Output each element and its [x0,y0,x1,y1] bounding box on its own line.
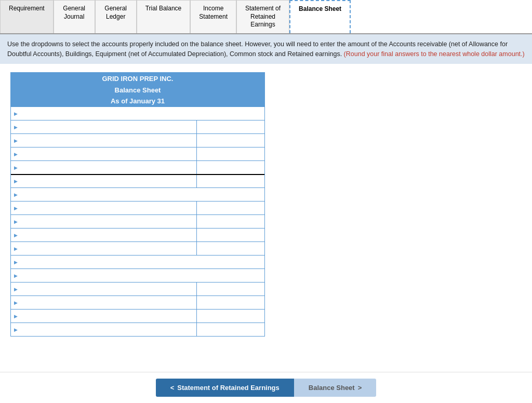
label-input[interactable] [20,259,197,266]
amount-cell [197,310,264,323]
full-label-cell [11,107,264,120]
label-input[interactable] [20,124,196,131]
dropdown-button[interactable] [13,206,20,211]
amount-input[interactable] [197,286,264,293]
tab-income-statement[interactable]: IncomeStatement [190,0,236,33]
dropdown-button[interactable] [13,138,20,143]
table-row [11,282,264,295]
sheet-title: Balance Sheet [11,85,264,96]
dropdown-button[interactable] [13,179,20,184]
amount-input[interactable] [197,259,264,266]
table-row [11,241,264,255]
dropdown-button[interactable] [13,327,20,332]
dropdown-button[interactable] [13,111,20,116]
amount-input[interactable] [197,299,264,306]
label-input[interactable] [20,164,196,171]
table-row [11,323,264,336]
label-cell [11,283,197,295]
label-input[interactable] [20,205,196,212]
amount-input[interactable] [197,205,264,212]
company-name: GRID IRON PREP INC. [11,73,264,85]
label-cell [11,323,197,336]
amount-cell [197,296,264,309]
tab-requirement[interactable]: Requirement [0,0,54,33]
dropdown-button[interactable] [13,152,20,157]
instructions-highlight: (Round your final answers to the nearest… [344,50,525,58]
tab-trial-balance[interactable]: Trial Balance [137,0,191,33]
amount-input[interactable] [197,218,264,225]
amount-input[interactable] [197,232,264,239]
table-row [11,147,264,160]
label-input[interactable] [20,326,196,333]
label-cell [11,175,197,187]
amount-input[interactable] [197,326,264,333]
amount-input[interactable] [197,245,264,252]
table-row [11,255,264,268]
label-cell [11,147,197,160]
amount-input[interactable] [197,124,264,131]
tab-general-ledger[interactable]: GeneralLedger [95,0,137,33]
label-input[interactable] [20,151,196,158]
label-cell [11,161,197,174]
label-input[interactable] [20,137,196,144]
amount-input[interactable] [197,178,264,185]
amount-cell [197,147,264,160]
tab-general-journal[interactable]: GeneralJournal [54,0,95,33]
amount-cell [197,229,264,241]
table-row [11,228,264,241]
amount-input[interactable] [197,164,264,171]
amount-input[interactable] [197,151,264,158]
sheet-date: As of January 31 [11,96,264,106]
label-input[interactable] [20,218,196,225]
dropdown-button[interactable] [13,246,20,251]
dropdown-button[interactable] [13,192,20,197]
table-row [11,214,264,228]
dropdown-button[interactable] [13,300,20,305]
table-row [11,309,264,323]
label-input[interactable] [20,286,196,293]
full-label-cell [11,188,264,201]
table-row [11,295,264,309]
label-cell [11,256,197,268]
label-input[interactable] [20,245,196,252]
label-input[interactable] [20,110,264,117]
amount-cell [197,283,264,295]
label-cell [11,202,197,214]
amount-input[interactable] [197,137,264,144]
amount-cell [197,215,264,228]
table-row [11,201,264,214]
table-row [11,174,264,187]
dropdown-button[interactable] [13,165,20,170]
dropdown-button[interactable] [13,260,20,265]
table-row [11,120,264,133]
amount-input[interactable] [197,313,264,320]
label-cell [11,229,197,241]
tab-bar: Requirement GeneralJournal GeneralLedger… [0,0,532,34]
balance-sheet-table: GRID IRON PREP INC. Balance Sheet As of … [10,72,265,337]
table-row [11,133,264,147]
table-row [11,160,264,174]
dropdown-button[interactable] [13,125,20,130]
label-cell [11,134,197,147]
tab-retained-earnings[interactable]: Statement ofRetainedEarnings [236,0,289,33]
dropdown-button[interactable] [13,219,20,224]
tab-balance-sheet[interactable]: Balance Sheet [289,0,351,33]
label-input[interactable] [20,299,196,306]
table-row [11,268,264,282]
dropdown-button[interactable] [13,233,20,238]
table-row [11,187,264,201]
label-input[interactable] [20,272,264,279]
label-input[interactable] [20,232,196,239]
amount-cell [197,120,264,133]
dropdown-button[interactable] [13,314,20,319]
amount-cell [197,256,264,268]
amount-cell [197,161,264,174]
label-input[interactable] [20,313,196,320]
label-input[interactable] [20,191,264,198]
dropdown-button[interactable] [13,287,20,292]
label-input[interactable] [20,178,196,185]
main-content: GRID IRON PREP INC. Balance Sheet As of … [0,64,532,345]
amount-cell [197,175,264,187]
table-row [11,106,264,120]
dropdown-button[interactable] [13,273,20,278]
